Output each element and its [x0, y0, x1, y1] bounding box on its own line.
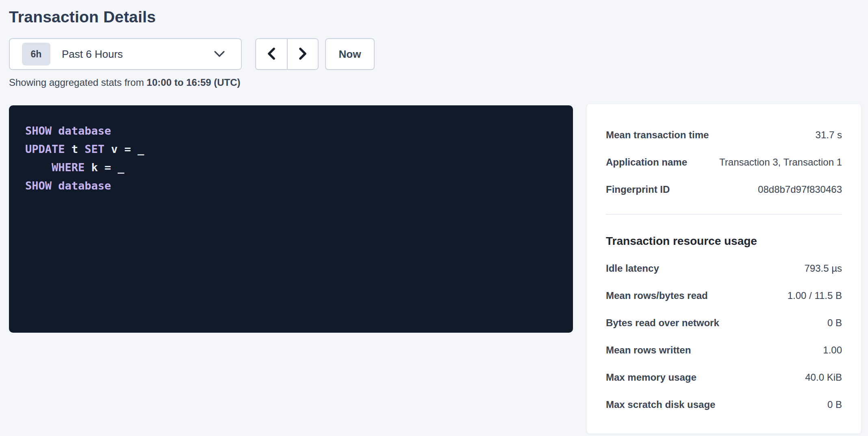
summary-stats-section: Mean transaction time31.7 sApplication n… [606, 121, 842, 203]
chevron-right-icon [298, 47, 308, 61]
next-time-interval-button[interactable] [287, 39, 318, 69]
chevron-down-icon [213, 50, 226, 58]
stat-row: Application nameTransaction 3, Transacti… [606, 148, 842, 176]
sql-keyword: SHOW [25, 124, 52, 137]
sql-text: k = _ [85, 161, 124, 174]
stat-row: Mean rows written1.00 [606, 336, 842, 364]
sql-keyword: database [58, 179, 111, 192]
stat-row: Mean rows/bytes read1.00 / 11.5 B [606, 282, 842, 309]
stat-value: 40.0 KiB [805, 372, 842, 383]
stat-value: 793.5 µs [804, 263, 842, 274]
stat-label: Max scratch disk usage [606, 399, 723, 410]
sql-text [25, 161, 52, 174]
time-range-label: Past 6 Hours [62, 48, 123, 61]
sql-statement-box: SHOW databaseUPDATE t SET v = _ WHERE k … [9, 105, 573, 333]
stat-label: Max memory usage [606, 372, 705, 383]
stat-value: 08d8b7d97f830463 [758, 184, 842, 195]
stat-row: Fingerprint ID08d8b7d97f830463 [606, 176, 842, 203]
page-title: Transaction Details [9, 8, 868, 26]
sql-keyword: database [58, 124, 111, 137]
stat-value: 0 B [827, 399, 842, 410]
transaction-details-page: Transaction Details 6h Past 6 Hours [0, 0, 868, 434]
stat-label: Mean rows/bytes read [606, 290, 716, 301]
sql-line: SHOW database [25, 122, 557, 140]
stat-value: 1.00 / 11.5 B [788, 290, 842, 301]
transaction-details-panel: Mean transaction time31.7 sApplication n… [586, 104, 861, 434]
stat-label: Bytes read over network [606, 317, 727, 329]
panel-divider [606, 214, 842, 215]
sql-line: SHOW database [25, 177, 557, 195]
time-controls: 6h Past 6 Hours [9, 38, 868, 70]
sql-keyword: WHERE [52, 161, 85, 174]
stat-label: Mean transaction time [606, 129, 717, 141]
sql-line: UPDATE t SET v = _ [25, 140, 557, 158]
time-range-dropdown[interactable]: 6h Past 6 Hours [9, 38, 242, 70]
sql-line: WHERE k = _ [25, 158, 557, 177]
resource-stats-section: Idle latency793.5 µsMean rows/bytes read… [606, 255, 842, 418]
aggregation-note: Showing aggregated stats from 10:00 to 1… [9, 77, 868, 88]
aggregation-note-range: 10:00 to 16:59 (UTC) [147, 77, 241, 88]
stat-row: Max scratch disk usage0 B [606, 391, 842, 418]
sql-text [52, 179, 58, 192]
chevron-left-icon [267, 47, 276, 61]
stat-value: Transaction 3, Transaction 1 [719, 157, 842, 168]
stat-row: Bytes read over network0 B [606, 309, 842, 336]
stat-row: Max memory usage40.0 KiB [606, 364, 842, 391]
sql-keyword: UPDATE [25, 143, 65, 155]
stat-value: 0 B [827, 317, 842, 329]
sql-text: t [65, 143, 85, 155]
stat-row: Mean transaction time31.7 s [606, 121, 842, 148]
stat-row: Idle latency793.5 µs [606, 255, 842, 282]
aggregation-note-prefix: Showing aggregated stats from [9, 77, 147, 88]
stat-value: 31.7 s [816, 129, 842, 141]
sql-keyword: SET [85, 143, 104, 155]
now-button[interactable]: Now [325, 38, 375, 70]
sql-keyword: SHOW [25, 179, 52, 192]
main-content: SHOW databaseUPDATE t SET v = _ WHERE k … [9, 104, 868, 434]
resource-usage-heading: Transaction resource usage [606, 227, 842, 255]
sql-text: v = _ [104, 143, 144, 155]
stat-label: Application name [606, 157, 695, 168]
previous-time-interval-button[interactable] [256, 39, 287, 69]
time-range-badge: 6h [22, 43, 50, 65]
sql-text [52, 124, 58, 137]
stat-label: Mean rows written [606, 344, 699, 356]
stat-label: Idle latency [606, 263, 667, 274]
time-step-button-group [255, 38, 319, 70]
stat-value: 1.00 [823, 344, 842, 356]
stat-label: Fingerprint ID [606, 184, 678, 195]
